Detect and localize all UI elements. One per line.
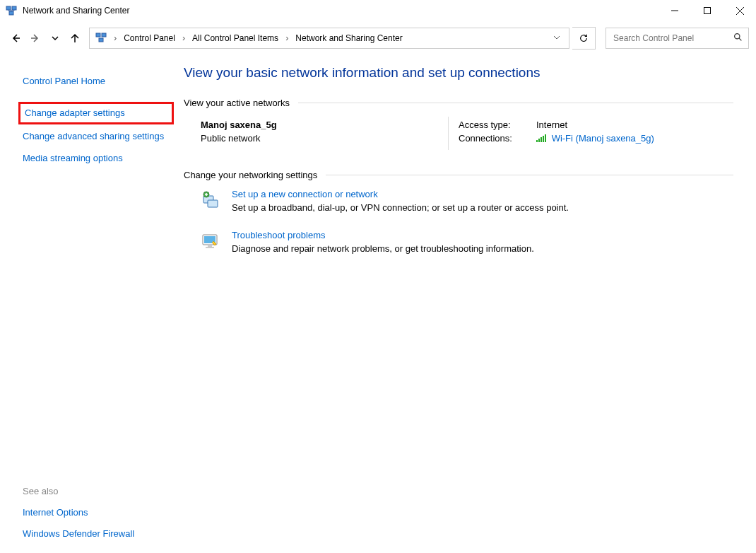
sidebar-media-streaming[interactable]: Media streaming options [23,148,170,169]
access-type-label: Access type: [459,120,536,130]
setup-connection-icon [201,190,220,210]
active-networks-header: View your active networks [184,98,733,108]
network-center-icon [95,32,108,45]
network-center-icon [6,5,17,16]
task-setup-connection: Set up a new connection or network Set u… [201,189,733,213]
connection-link[interactable]: Wi-Fi (Manoj saxena_5g) [552,133,654,144]
svg-line-11 [739,38,741,40]
network-type: Public network [201,133,448,144]
chevron-right-icon[interactable]: › [284,33,290,43]
svg-rect-4 [704,8,711,14]
see-also-defender-firewall[interactable]: Windows Defender Firewall [23,523,170,545]
svg-rect-1 [12,6,16,10]
page-heading: View your basic network information and … [184,65,733,81]
see-also-heading: See also [23,486,170,496]
recent-dropdown[interactable] [47,28,64,48]
refresh-button[interactable] [572,27,596,50]
title-bar: Network and Sharing Center [0,0,756,21]
see-also-internet-options[interactable]: Internet Options [23,502,170,523]
access-type-value: Internet [536,120,567,130]
svg-rect-0 [6,6,11,10]
minimize-button[interactable] [658,0,691,21]
chevron-right-icon[interactable]: › [112,33,118,43]
search-icon[interactable] [733,33,743,44]
search-input[interactable] [612,33,733,44]
search-box[interactable] [606,28,749,49]
svg-point-10 [735,34,740,39]
svg-rect-18 [208,200,218,207]
change-settings-header: Change your networking settings [184,170,733,180]
svg-rect-15 [543,136,544,142]
address-dropdown[interactable] [548,33,566,43]
maximize-button[interactable] [691,0,723,21]
main-content: View your basic network information and … [177,55,756,552]
sidebar-change-adapter-settings[interactable]: Change adapter settings [18,102,174,124]
task-troubleshoot: Troubleshoot problems Diagnose and repai… [201,230,733,254]
svg-rect-23 [206,247,214,248]
svg-rect-7 [96,33,100,37]
svg-rect-13 [538,139,540,142]
svg-rect-12 [536,140,538,142]
address-bar[interactable]: › Control Panel › All Control Panel Item… [89,28,569,49]
svg-rect-9 [99,38,103,42]
svg-rect-14 [541,137,542,142]
task-troubleshoot-link[interactable]: Troubleshoot problems [232,230,325,240]
wifi-signal-icon [536,134,546,144]
svg-rect-2 [9,11,13,15]
back-button[interactable] [7,28,24,48]
breadcrumb-all-items[interactable]: All Control Panel Items [188,32,283,45]
forward-button[interactable] [27,28,44,48]
close-button[interactable] [723,0,756,21]
up-button[interactable] [66,28,83,48]
connections-label: Connections: [459,133,536,144]
sidebar-change-advanced-sharing[interactable]: Change advanced sharing settings [23,126,170,147]
svg-rect-8 [102,33,106,37]
sidebar: Control Panel Home Change adapter settin… [0,55,177,552]
toolbar: › Control Panel › All Control Panel Item… [0,21,756,55]
svg-rect-16 [545,134,546,142]
svg-rect-22 [208,245,212,247]
task-setup-connection-desc: Set up a broadband, dial-up, or VPN conn… [232,202,733,213]
chevron-right-icon[interactable]: › [181,33,187,43]
sidebar-control-panel-home[interactable]: Control Panel Home [23,71,170,92]
breadcrumb-network-sharing[interactable]: Network and Sharing Center [291,32,406,45]
breadcrumb-control-panel[interactable]: Control Panel [119,32,179,45]
task-troubleshoot-desc: Diagnose and repair network problems, or… [232,243,733,254]
troubleshoot-icon [201,231,220,251]
task-setup-connection-link[interactable]: Set up a new connection or network [232,189,378,199]
network-name: Manoj saxena_5g [201,120,448,130]
window-title: Network and Sharing Center [23,6,658,16]
active-networks: Manoj saxena_5g Public network Access ty… [201,117,733,150]
